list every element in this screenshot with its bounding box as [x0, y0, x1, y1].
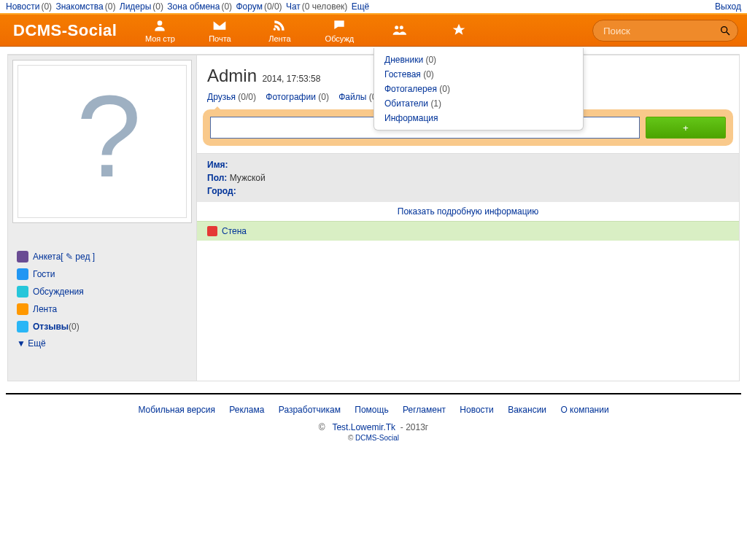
svg-point-2 — [400, 26, 403, 29]
svg-point-3 — [721, 27, 727, 33]
topbar-news[interactable]: Новости — [6, 1, 39, 12]
count: (0) — [425, 55, 436, 65]
count: (0) — [318, 92, 329, 102]
logo[interactable]: DCMS-Social — [0, 21, 130, 40]
show-more[interactable]: Показать подробную информацию — [197, 202, 739, 221]
profile-time: 2014, 17:53:58 — [262, 74, 320, 84]
topbar-right: Выход — [715, 1, 741, 12]
question-icon: ? — [58, 83, 146, 200]
svg-point-0 — [158, 20, 163, 26]
info-gray: Имя: Пол: Мужской Город: — [197, 154, 739, 202]
dropdown-members[interactable]: Обитатели (1) — [384, 96, 573, 111]
mail-icon — [212, 18, 227, 33]
topbar-exchange[interactable]: Зона обмена — [167, 1, 220, 12]
eye-icon — [17, 268, 28, 280]
link-files[interactable]: Файлы — [338, 92, 366, 102]
footer-links: Мобильная версия Реклама Разработчикам П… — [0, 402, 747, 418]
wall-link[interactable]: Стена — [222, 226, 247, 236]
menu-discuss[interactable]: Обсуждения — [15, 283, 192, 300]
wall-icon — [207, 226, 217, 236]
nav-discuss[interactable]: Обсужд — [309, 15, 369, 46]
wall-section[interactable]: Стена — [197, 221, 739, 241]
rss-icon — [272, 18, 287, 33]
link-photos[interactable]: Фотографии — [266, 92, 316, 102]
form-icon — [17, 251, 28, 262]
menu-reviews[interactable]: Отзывы (0) — [15, 318, 192, 335]
footer-brand[interactable]: DCMS-Social — [355, 434, 399, 442]
info-block: Имя: Пол: Мужской Город: Показать подроб… — [197, 153, 739, 241]
menu-guests[interactable]: Гости — [15, 265, 192, 283]
footer-ads[interactable]: Реклама — [229, 405, 264, 415]
dropdown-info[interactable]: Информация — [384, 111, 573, 125]
svg-point-1 — [395, 26, 399, 29]
topbar-leaders[interactable]: Лидеры — [120, 1, 152, 12]
dropdown-gallery[interactable]: Фотогалерея (0) — [384, 82, 573, 96]
count: (0) — [423, 69, 434, 79]
footer-site[interactable]: Test.Lowemir.Tk — [332, 422, 395, 432]
nav-icon6[interactable] — [429, 15, 489, 46]
sex-label: Пол: — [207, 173, 227, 183]
nav-label: Лента — [268, 34, 290, 43]
count: (0/0) — [238, 92, 256, 102]
rss-icon — [17, 303, 28, 315]
search-icon — [719, 25, 731, 36]
topbar-forum[interactable]: Форум — [236, 1, 262, 12]
logout-link[interactable]: Выход — [715, 1, 741, 12]
nav-my-page[interactable]: Моя стр — [130, 15, 190, 46]
count: (0) — [41, 1, 52, 12]
footer-about[interactable]: О компании — [560, 405, 608, 415]
footer-rules[interactable]: Регламент — [403, 405, 446, 415]
chat-icon — [332, 18, 347, 33]
header: DCMS-Social Моя стр Почта Лента Обсужд Д… — [0, 13, 747, 47]
nav-mail[interactable]: Почта — [190, 15, 249, 46]
name-label: Имя: — [207, 160, 228, 170]
count: (1) — [430, 98, 441, 109]
topbar-chat[interactable]: Чат — [286, 1, 301, 12]
link-friends[interactable]: Друзья — [207, 92, 236, 102]
nav-label: Моя стр — [145, 34, 175, 43]
post-button[interactable]: + — [646, 117, 726, 139]
count: (0) — [69, 322, 80, 332]
count: (0) — [152, 1, 163, 12]
count: (0) — [105, 1, 116, 12]
footer-divider — [6, 393, 741, 394]
footer-help[interactable]: Помощь — [355, 405, 388, 415]
nav-label: Почта — [209, 34, 231, 43]
copy-symbol: © — [319, 422, 325, 432]
users-icon — [392, 23, 406, 37]
footer-year: - 2013г — [400, 422, 428, 432]
footer-news[interactable]: Новости — [460, 405, 493, 415]
nav-icon5[interactable] — [369, 15, 429, 46]
topbar-left: Новости(0) Знакомства(0) Лидеры(0) Зона … — [6, 1, 371, 12]
nav-label: Обсужд — [325, 34, 355, 43]
menu-expand[interactable]: ▼ Ещё — [15, 335, 192, 351]
count: (0/0) — [264, 1, 282, 12]
footer-mobile[interactable]: Мобильная версия — [138, 405, 215, 415]
svg-line-4 — [727, 32, 729, 35]
search-input[interactable] — [592, 20, 738, 42]
footer-jobs[interactable]: Вакансии — [508, 405, 546, 415]
menu-anketa[interactable]: Анкета [ ✎ ред ] — [15, 248, 192, 265]
city-label: Город: — [207, 186, 236, 196]
user-icon — [152, 18, 167, 33]
dropdown-guestbook[interactable]: Гостевая (0) — [384, 67, 573, 82]
footer-dev[interactable]: Разработчикам — [279, 405, 341, 415]
topbar-more[interactable]: Ещё — [352, 1, 370, 12]
menu-feed[interactable]: Лента — [15, 300, 192, 318]
svg-text:?: ? — [77, 83, 142, 200]
side-menu: Анкета [ ✎ ред ] Гости Обсуждения Лента … — [12, 245, 192, 351]
avatar-frame: ? — [12, 60, 192, 223]
footer-brand-line: © DCMS-Social — [4, 434, 743, 442]
topbar-dating[interactable]: Знакомства — [55, 1, 103, 12]
footer-copy: © Test.Lowemir.Tk - 2013г © DCMS-Social — [0, 418, 747, 446]
dropdown-diaries[interactable]: Дневники (0) — [384, 52, 573, 67]
count: (0 человек) — [302, 1, 348, 12]
edit-link[interactable]: [ ✎ ред ] — [61, 252, 95, 262]
nav-feed[interactable]: Лента — [249, 15, 309, 46]
sidebar: ? Анкета [ ✎ ред ] Гости Обсуждения Лент… — [7, 55, 197, 381]
search-wrap — [592, 20, 738, 42]
bird-icon — [17, 321, 28, 332]
chat-icon — [17, 286, 28, 298]
count: (0) — [439, 84, 450, 94]
profile-name: Admin — [207, 66, 257, 86]
